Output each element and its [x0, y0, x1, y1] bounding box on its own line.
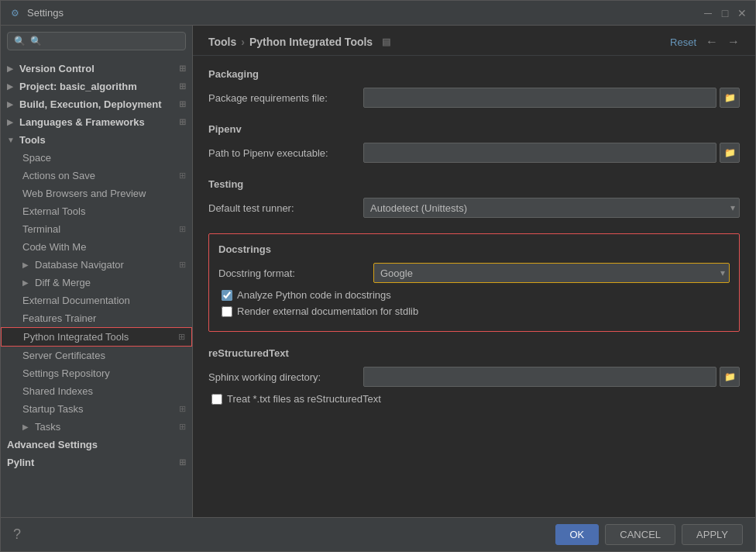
sidebar: 🔍 ▶ Version Control ⊞ ▶ Project: basic_a… — [1, 26, 193, 517]
docstring-format-label: Docstring format: — [218, 267, 373, 279]
treat-txt-row: Treat *.txt files as reStructuredText — [208, 393, 740, 405]
package-requirements-input[interactable] — [363, 88, 716, 108]
sphinx-dir-input[interactable] — [363, 367, 716, 387]
chevron-down-icon: ▼ — [7, 136, 16, 144]
sidebar-item-label: Python Integrated Tools — [23, 331, 129, 343]
settings-icon: ⊞ — [179, 224, 186, 234]
chevron-right-icon: ▶ — [7, 118, 16, 126]
packaging-section: Packaging Package requirements file: 📁 — [208, 68, 740, 108]
sidebar-item-build[interactable]: ▶ Build, Execution, Deployment ⊞ — [1, 95, 192, 113]
maximize-button[interactable]: □ — [720, 8, 730, 19]
tree-area: ▶ Version Control ⊞ ▶ Project: basic_alg… — [1, 57, 192, 517]
sidebar-item-tools[interactable]: ▼ Tools — [1, 131, 192, 149]
pipenv-path-browse-button[interactable]: 📁 — [720, 143, 740, 163]
settings-icon: ⊞ — [178, 332, 185, 342]
analyze-docstrings-checkbox[interactable] — [222, 290, 232, 301]
nav-back-button[interactable]: ← — [706, 35, 718, 49]
settings-icon: ⊞ — [179, 81, 186, 91]
chevron-right-icon: ▶ — [7, 64, 16, 73]
close-button[interactable]: ✕ — [737, 8, 747, 19]
sidebar-item-python-integrated-tools[interactable]: Python Integrated Tools ⊞ — [1, 327, 192, 347]
search-input[interactable] — [30, 36, 179, 47]
apply-button[interactable]: APPLY — [682, 524, 743, 545]
settings-icon: ⊞ — [179, 457, 186, 467]
settings-icon: ⊞ — [179, 64, 186, 74]
sidebar-item-pylint[interactable]: Pylint ⊞ — [1, 454, 192, 471]
window-controls: ─ □ ✕ — [703, 8, 747, 19]
sidebar-item-label: Space — [22, 152, 51, 164]
sidebar-item-project[interactable]: ▶ Project: basic_algorithm ⊞ — [1, 78, 192, 95]
pipenv-path-input-wrap: 📁 — [363, 143, 740, 163]
sidebar-item-label: Tools — [19, 134, 46, 146]
sidebar-item-terminal[interactable]: Terminal ⊞ — [1, 220, 192, 238]
settings-icon: ⊞ — [179, 404, 186, 414]
sidebar-item-label: Build, Execution, Deployment — [19, 98, 161, 110]
help-button[interactable]: ? — [13, 526, 21, 543]
treat-txt-checkbox[interactable] — [211, 394, 222, 405]
testing-section: Testing Default test runner: Autodetect … — [208, 178, 740, 218]
settings-icon: ⊞ — [179, 117, 186, 127]
pipenv-path-label: Path to Pipenv executable: — [208, 147, 363, 159]
testing-title: Testing — [208, 178, 740, 190]
test-runner-select[interactable]: Autodetect (Unittests) Unittests pytest … — [363, 198, 740, 218]
search-box[interactable]: 🔍 — [7, 32, 186, 50]
render-external-docs-label: Render external documentation for stdlib — [237, 305, 418, 317]
window-title: Settings — [27, 7, 703, 19]
sidebar-item-label: Actions on Save — [22, 170, 95, 181]
pipenv-path-row: Path to Pipenv executable: 📁 — [208, 143, 740, 163]
docstring-format-row: Docstring format: Google NumPy reStructu… — [218, 263, 730, 283]
pipenv-title: Pipenv — [208, 123, 740, 135]
sidebar-item-features-trainer[interactable]: Features Trainer — [1, 309, 192, 327]
sidebar-item-label: Project: basic_algorithm — [19, 81, 137, 92]
cancel-button[interactable]: CANCEL — [605, 524, 675, 545]
sidebar-item-label: Version Control — [19, 63, 94, 74]
sidebar-item-languages[interactable]: ▶ Languages & Frameworks ⊞ — [1, 113, 192, 131]
app-icon: ⚙ — [9, 7, 21, 19]
pipenv-path-input[interactable] — [363, 143, 716, 163]
sidebar-item-advanced-settings[interactable]: Advanced Settings — [1, 436, 192, 454]
titlebar: ⚙ Settings ─ □ ✕ — [1, 1, 755, 26]
sidebar-item-web-browsers[interactable]: Web Browsers and Preview — [1, 185, 192, 202]
package-requirements-input-wrap: 📁 — [363, 88, 740, 108]
sphinx-dir-label: Sphinx working directory: — [208, 371, 363, 383]
chevron-right-icon: ▶ — [22, 260, 32, 269]
render-external-docs-checkbox[interactable] — [222, 306, 232, 317]
sidebar-item-version-control[interactable]: ▶ Version Control ⊞ — [1, 60, 192, 78]
nav-forward-button[interactable]: → — [727, 35, 740, 49]
settings-icon: ⊞ — [179, 422, 186, 432]
sidebar-item-shared-indexes[interactable]: Shared Indexes — [1, 382, 192, 400]
package-requirements-browse-button[interactable]: 📁 — [720, 88, 740, 108]
sidebar-item-label: Advanced Settings — [7, 439, 98, 450]
sidebar-item-label: Pylint — [7, 457, 34, 468]
sidebar-item-actions-on-save[interactable]: Actions on Save ⊞ — [1, 167, 192, 185]
minimize-button[interactable]: ─ — [703, 8, 713, 19]
breadcrumb-current: Python Integrated Tools — [249, 36, 373, 48]
sidebar-item-settings-repository[interactable]: Settings Repository — [1, 364, 192, 382]
reset-button[interactable]: Reset — [670, 36, 696, 48]
sidebar-item-space[interactable]: Space — [1, 149, 192, 167]
sidebar-item-external-tools[interactable]: External Tools — [1, 202, 192, 220]
sidebar-item-diff-merge[interactable]: ▶ Diff & Merge — [1, 274, 192, 292]
sidebar-item-label: Startup Tasks — [22, 403, 84, 415]
sidebar-item-code-with-me[interactable]: Code With Me — [1, 238, 192, 256]
restructured-title: reStructuredText — [208, 347, 740, 359]
sidebar-item-startup-tasks[interactable]: Startup Tasks ⊞ — [1, 400, 192, 418]
sidebar-item-label: External Tools — [22, 205, 85, 217]
analyze-docstrings-label: Analyze Python code in docstrings — [237, 289, 391, 301]
footer-buttons: OK CANCEL APPLY — [555, 524, 744, 545]
sphinx-dir-browse-button[interactable]: 📁 — [720, 367, 740, 387]
content-area: Tools › Python Integrated Tools ▤ Reset … — [193, 26, 755, 517]
ok-button[interactable]: OK — [555, 524, 600, 545]
test-runner-select-wrap: Autodetect (Unittests) Unittests pytest … — [363, 198, 740, 218]
sidebar-item-external-documentation[interactable]: External Documentation — [1, 292, 192, 309]
sidebar-item-server-certificates[interactable]: Server Certificates — [1, 347, 192, 364]
content-header: Tools › Python Integrated Tools ▤ Reset … — [193, 26, 755, 56]
sidebar-item-database-navigator[interactable]: ▶ Database Navigator ⊞ — [1, 256, 192, 274]
docstring-format-select[interactable]: Google NumPy reStructuredText Epytext Pl… — [373, 263, 730, 283]
sidebar-item-label: Settings Repository — [22, 367, 110, 379]
chevron-right-icon: ▶ — [7, 82, 16, 91]
sidebar-item-tasks[interactable]: ▶ Tasks ⊞ — [1, 418, 192, 436]
sidebar-item-label: Database Navigator — [35, 259, 124, 271]
docstrings-section: Docstrings Docstring format: Google NumP… — [208, 233, 740, 332]
sidebar-item-label: Shared Indexes — [22, 385, 93, 397]
